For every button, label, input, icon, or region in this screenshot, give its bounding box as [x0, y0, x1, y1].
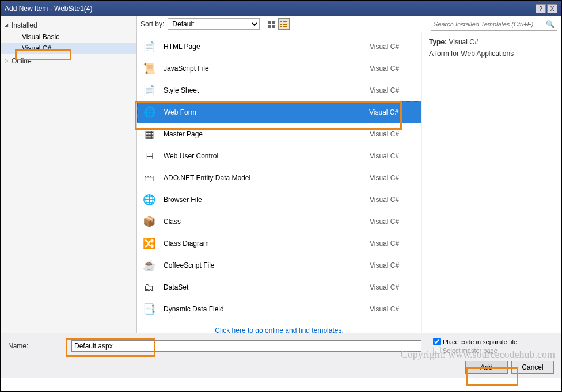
- template-icon: 🗂: [142, 280, 157, 295]
- list-icon: [280, 21, 287, 28]
- template-lang: Visual C#: [370, 283, 416, 291]
- template-icon: 📜: [142, 61, 157, 76]
- template-name: Web Form: [164, 108, 362, 116]
- collapse-icon: ◢: [5, 22, 8, 28]
- template-icon: 🌐: [142, 192, 157, 207]
- template-name: JavaScript File: [164, 64, 363, 73]
- help-button[interactable]: ?: [536, 4, 546, 13]
- svg-rect-3: [272, 25, 275, 28]
- detail-type-label: Type:: [429, 38, 447, 46]
- template-lang: Visual C#: [370, 64, 416, 73]
- template-row[interactable]: 📜JavaScript FileVisual C#: [137, 58, 421, 79]
- template-lang: Visual C#: [370, 218, 416, 226]
- template-row[interactable]: 📦ClassVisual C#: [137, 211, 421, 233]
- template-row[interactable]: 🌐Web FormVisual C#: [137, 101, 421, 123]
- titlebar-buttons: ? X: [536, 4, 557, 13]
- search-icon[interactable]: 🔍: [546, 20, 555, 28]
- detail-pane: Type: Visual C# A form for Web Applicati…: [421, 32, 561, 333]
- template-icon: 🖥: [142, 149, 157, 163]
- name-label: Name:: [8, 342, 66, 350]
- template-row[interactable]: ☕CoffeeScript FileVisual C#: [137, 254, 421, 276]
- svg-rect-4: [280, 21, 282, 22]
- template-lang: Visual C#: [370, 152, 416, 160]
- template-icon: 📦: [142, 214, 157, 229]
- titlebar: Add New Item - WebSite1(4) ? X: [1, 1, 561, 16]
- template-icon: ▦: [142, 127, 157, 142]
- template-name: DataSet: [164, 283, 363, 291]
- sort-select[interactable]: Default: [168, 18, 260, 30]
- sort-label: Sort by:: [140, 20, 164, 28]
- template-icon: 🌐: [142, 105, 157, 120]
- template-lang: Visual C#: [370, 130, 416, 138]
- template-lang: Visual C#: [369, 108, 415, 116]
- online-templates-link[interactable]: Click here to go online and find templat…: [215, 326, 343, 333]
- template-lang: Visual C#: [370, 305, 416, 313]
- template-name: Web User Control: [164, 152, 363, 160]
- svg-rect-7: [283, 24, 287, 25]
- template-icon: 📑: [142, 302, 157, 317]
- opt-master-page: Select master page: [433, 347, 554, 354]
- sidebar: ◢ Installed Visual Basic Visual C# ▷ Onl…: [1, 16, 137, 333]
- template-name: Dynamic Data Field: [164, 305, 363, 313]
- template-name: CoffeeScript File: [164, 261, 363, 269]
- template-name: Style Sheet: [164, 86, 363, 94]
- toolbar: Sort by: Default 🔍: [137, 16, 561, 32]
- template-row[interactable]: 📄Style SheetVisual C#: [137, 79, 421, 101]
- window-title: Add New Item - WebSite1(4): [5, 5, 536, 13]
- template-row[interactable]: 📄HTML PageVisual C#: [137, 36, 421, 58]
- template-lang: Visual C#: [370, 43, 416, 51]
- search-box[interactable]: 🔍: [431, 18, 557, 31]
- svg-rect-9: [283, 26, 287, 27]
- template-icon: 📄: [142, 83, 157, 98]
- sidebar-installed[interactable]: ◢ Installed: [1, 20, 136, 31]
- template-lang: Visual C#: [370, 261, 416, 269]
- opt-separate-file[interactable]: Place code in separate file: [433, 338, 554, 345]
- cancel-button[interactable]: Cancel: [511, 361, 554, 374]
- template-lang: Visual C#: [370, 174, 416, 182]
- svg-rect-1: [272, 21, 275, 24]
- template-name: ADO.NET Entity Data Model: [164, 174, 363, 182]
- template-icon: 📄: [142, 39, 157, 54]
- template-name: Class: [164, 218, 363, 226]
- name-input[interactable]: [71, 340, 421, 352]
- template-name: Master Page: [164, 130, 363, 138]
- template-name: Class Diagram: [164, 239, 363, 248]
- svg-rect-8: [280, 26, 282, 27]
- checkbox-separate-file[interactable]: [433, 338, 441, 345]
- template-row[interactable]: ▦Master PageVisual C#: [137, 123, 421, 145]
- template-lang: Visual C#: [370, 239, 416, 248]
- template-row[interactable]: 🗃ADO.NET Entity Data ModelVisual C#: [137, 167, 421, 189]
- add-button[interactable]: Add: [465, 361, 508, 374]
- svg-rect-5: [283, 21, 287, 22]
- template-row[interactable]: 🗂DataSetVisual C#: [137, 276, 421, 298]
- sidebar-online[interactable]: ▷ Online: [1, 55, 136, 67]
- bottom-panel: Name: Place code in separate file Select…: [1, 333, 561, 378]
- template-row[interactable]: 🌐Browser FileVisual C#: [137, 189, 421, 211]
- template-name: Browser File: [164, 196, 363, 204]
- expand-icon: ▷: [5, 58, 8, 63]
- svg-rect-2: [268, 25, 271, 28]
- template-icon: 🗃: [142, 170, 157, 185]
- template-row[interactable]: 🔀Class DiagramVisual C#: [137, 233, 421, 254]
- checkbox-master-page: [433, 347, 441, 354]
- template-list[interactable]: 📄HTML PageVisual C#📜JavaScript FileVisua…: [137, 32, 421, 333]
- sidebar-item-csharp[interactable]: Visual C#: [1, 43, 136, 54]
- template-lang: Visual C#: [370, 86, 416, 94]
- search-input[interactable]: [434, 21, 546, 28]
- detail-description: A form for Web Applications: [429, 50, 554, 58]
- view-list-button[interactable]: [278, 18, 290, 30]
- detail-type-value: Visual C#: [449, 38, 478, 46]
- sidebar-item-vb[interactable]: Visual Basic: [1, 31, 136, 43]
- template-row[interactable]: 📑Dynamic Data FieldVisual C#: [137, 298, 421, 320]
- template-icon: ☕: [142, 258, 157, 273]
- template-row[interactable]: 🖥Web User ControlVisual C#: [137, 145, 421, 167]
- template-name: HTML Page: [164, 43, 363, 51]
- close-button[interactable]: X: [547, 4, 557, 13]
- template-icon: 🔀: [142, 236, 157, 251]
- grid-icon: [268, 21, 275, 28]
- svg-rect-0: [268, 21, 271, 24]
- template-lang: Visual C#: [370, 196, 416, 204]
- view-grid-button[interactable]: [265, 18, 277, 30]
- svg-rect-6: [280, 24, 282, 25]
